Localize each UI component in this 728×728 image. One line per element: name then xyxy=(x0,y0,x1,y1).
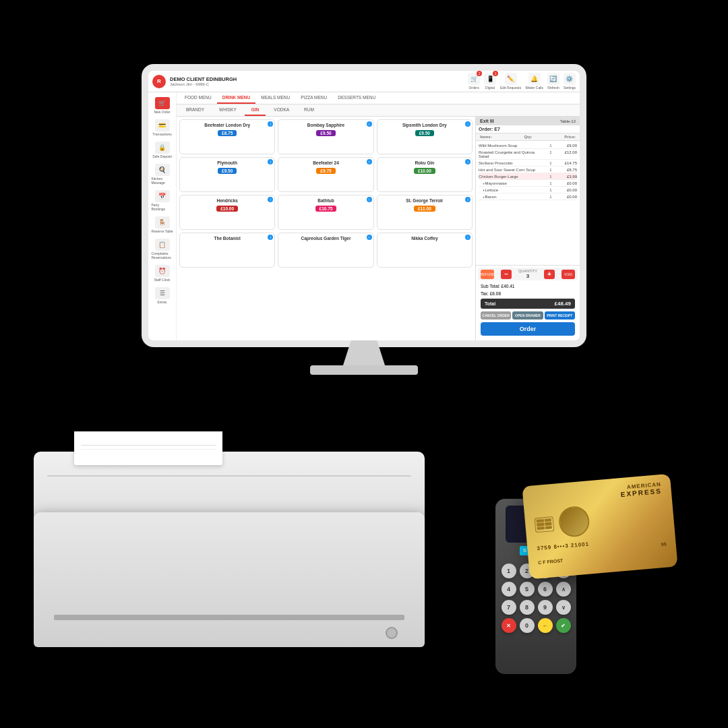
total-row: Total £48.49 xyxy=(481,299,575,309)
product-beefeater-24[interactable]: i Beefeater 24 £9.75 xyxy=(278,157,373,192)
order-item-modifier: +Lettuce 1 £0.00 xyxy=(479,187,577,193)
pos-body: 🛒 New Order 💳 Transactions 🔒 Safe Deposi… xyxy=(148,92,580,340)
product-bombay-sapphire[interactable]: i Bombay Sapphire £9.50 xyxy=(278,119,373,154)
product-name: Beefeater London Dry xyxy=(204,123,250,128)
key-5[interactable]: 5 xyxy=(520,582,535,597)
cat-whisky[interactable]: WHISKY xyxy=(212,104,243,116)
cat-brandy[interactable]: BRANDY xyxy=(179,104,211,116)
tab-drink-menu[interactable]: DRINK MENU xyxy=(217,92,256,104)
product-name: Bombay Sapphire xyxy=(307,123,344,128)
product-sipsmith-london-dry[interactable]: i Sipsmith London Dry £9.50 xyxy=(377,119,473,154)
card-chip-area xyxy=(533,499,665,541)
product-info-icon: i xyxy=(465,159,471,164)
cancel-order-button[interactable]: CANCEL ORDER xyxy=(481,311,511,320)
sidebar-item-extras[interactable]: ☰ Extras xyxy=(150,285,175,306)
qty-plus-button[interactable]: + xyxy=(544,270,555,279)
qty-minus-button[interactable]: − xyxy=(501,270,512,279)
order-controls: REFUND − QUANTITY 3 + VOID Sub Total xyxy=(476,265,580,340)
sidebar-item-party[interactable]: 📅 Party Bookings xyxy=(150,188,175,213)
total-amount: £48.49 xyxy=(555,301,571,307)
refresh-icon-btn[interactable]: 🔄 Refresh xyxy=(547,73,559,90)
order-item-modifier: +Mayonnaise 1 £0.00 xyxy=(479,180,577,187)
product-roku-gin[interactable]: i Roku Gin £10.00 xyxy=(377,157,473,192)
product-capreolus-garden-tiger[interactable]: i Capreolus Garden Tiger xyxy=(278,233,373,268)
product-nikka-coffey[interactable]: i Nikka Coffey xyxy=(377,233,473,268)
sidebar-item-new-order[interactable]: 🛒 New Order xyxy=(150,95,175,116)
tax-label: Tax: £8.08 xyxy=(481,291,501,296)
key-9[interactable]: 9 xyxy=(538,600,553,615)
product-name: Capreolus Garden Tiger xyxy=(301,236,351,241)
edit-requests-icon-btn[interactable]: ✏️ Edit Requests xyxy=(500,73,521,90)
table-label: Table-12 xyxy=(560,119,576,123)
drawer-handle[interactable] xyxy=(386,627,398,639)
product-info-icon: i xyxy=(367,121,372,127)
key-down[interactable]: ∨ xyxy=(556,600,571,615)
product-st-george-terroir[interactable]: i St. George Terroir £11.00 xyxy=(377,195,473,230)
refund-button[interactable]: REFUND xyxy=(481,270,494,279)
key-6[interactable]: 6 xyxy=(538,582,553,597)
key-7[interactable]: 7 xyxy=(502,600,516,615)
sidebar-item-safe-deposit[interactable]: 🔒 Safe Deposit xyxy=(150,140,175,160)
card-holder: C F FROST xyxy=(538,558,563,565)
key-cancel[interactable]: ✕ xyxy=(502,618,516,633)
sidebar-item-transactions[interactable]: 💳 Transactions xyxy=(150,117,175,138)
orders-icon-btn[interactable]: 🛒2 Orders xyxy=(468,73,480,90)
settings-icon-btn[interactable]: ⚙️ Settings xyxy=(564,73,576,90)
order-button[interactable]: Order xyxy=(481,322,575,336)
key-backspace[interactable]: ← xyxy=(538,618,553,633)
product-plymouth[interactable]: i Plymouth £9.50 xyxy=(179,157,275,192)
sidebar-item-complaints[interactable]: 📋 Complaints Reservations xyxy=(150,237,175,262)
tab-food-menu[interactable]: FOOD MENU xyxy=(179,92,217,104)
void-button[interactable]: VOID xyxy=(562,270,575,279)
cat-rum[interactable]: RUM xyxy=(297,104,321,116)
key-enter[interactable]: ✔ xyxy=(556,618,571,633)
order-ref: Order: E7 xyxy=(476,125,580,133)
cat-gin[interactable]: GIN xyxy=(245,104,266,116)
product-bathtub[interactable]: i Bathtub £10.75 xyxy=(278,195,373,230)
client-name: DEMO CLIENT EDINBURGH xyxy=(170,76,464,82)
key-up[interactable]: ∧ xyxy=(556,582,571,597)
key-1[interactable]: 1 xyxy=(502,564,516,578)
card-cv: 95 xyxy=(661,542,667,547)
product-info-icon: i xyxy=(367,235,372,240)
key-4[interactable]: 4 xyxy=(502,582,516,597)
sidebar-item-staff-clock[interactable]: ⏰ Staff Clock xyxy=(150,263,175,284)
key-8[interactable]: 8 xyxy=(520,600,535,615)
waiter-calls-icon-btn[interactable]: 🔔 Waiter Calls xyxy=(525,73,543,90)
order-item-highlighted: Chicken Burger-Large 1 £3.99 xyxy=(479,173,577,180)
pos-client-info: DEMO CLIENT EDINBURGH Jackson Jim - 9999… xyxy=(170,76,464,86)
open-drawer-button[interactable]: OPEN DRAWER xyxy=(512,311,543,320)
tab-desserts-menu[interactable]: DESSERTS MENU xyxy=(332,92,381,104)
order-item: Hot and Sour Sweet Corn Soup 1 £8.75 xyxy=(479,166,577,173)
cat-vodka[interactable]: VODKA xyxy=(267,104,296,116)
product-price: £9.50 xyxy=(415,130,434,136)
drawer-line xyxy=(47,475,411,477)
product-name: Beefeater 24 xyxy=(313,160,339,166)
tab-pizza-menu[interactable]: PIZZA MENU xyxy=(295,92,332,104)
col-qty: Qty: xyxy=(524,135,532,139)
product-beefeater-london-dry[interactable]: i Beefeater London Dry £8.75 xyxy=(179,119,275,154)
cash-drawer xyxy=(34,452,438,647)
product-name: Bathtub xyxy=(317,198,334,204)
print-receipt-button[interactable]: PRINT RECEIPT xyxy=(545,311,575,320)
action-buttons: CANCEL ORDER OPEN DRAWER PRINT RECEIPT xyxy=(478,310,578,321)
card-figure xyxy=(557,505,590,538)
key-0[interactable]: 0 xyxy=(520,618,535,633)
pos-sidebar: 🛒 New Order 💳 Transactions 🔒 Safe Deposi… xyxy=(148,92,177,340)
order-columns: Items: Qty: Price: xyxy=(476,133,580,141)
tab-meals-menu[interactable]: MEALS MENU xyxy=(255,92,295,104)
product-info-icon: i xyxy=(367,197,372,202)
qty-row: REFUND − QUANTITY 3 + VOID xyxy=(478,268,578,280)
sidebar-item-reserve[interactable]: 🪑 Reserve Table xyxy=(150,214,175,235)
digital-icon-btn[interactable]: 📱1 Digital xyxy=(484,73,496,90)
pos-top-bar: R DEMO CLIENT EDINBURGH Jackson Jim - 99… xyxy=(148,71,580,92)
product-name: The Botanist xyxy=(214,236,240,241)
sidebar-item-kitchen[interactable]: 🍳 Kitchen Message xyxy=(150,162,175,187)
product-name: St. George Terroir xyxy=(406,198,443,204)
product-price: £9.75 xyxy=(316,168,335,174)
monitor-screen: R DEMO CLIENT EDINBURGH Jackson Jim - 99… xyxy=(148,71,580,340)
product-hendricks[interactable]: i Hendricks £10.00 xyxy=(179,195,275,230)
product-the-botanist[interactable]: i The Botanist xyxy=(179,233,275,268)
order-item-modifier: +Bacon 1 £0.00 xyxy=(479,193,577,200)
pos-main: FOOD MENU DRINK MENU MEALS MENU PIZZA ME… xyxy=(177,92,580,340)
